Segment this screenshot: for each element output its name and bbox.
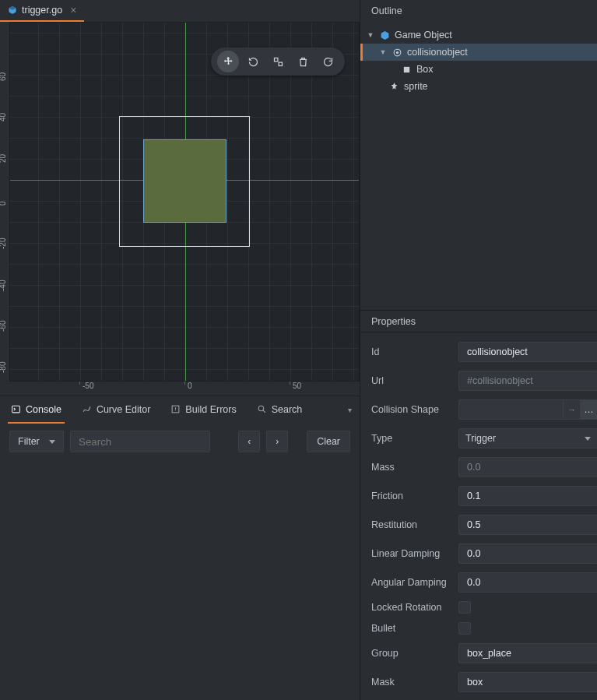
tree-row-root[interactable]: ▼ Game Object [360,26,597,44]
console-body [0,459,360,700]
curve-icon [82,404,92,414]
outline-tree: ▼ Game Object ▼ collisionobject Box spri… [360,22,597,310]
x-tick: -50 [83,382,93,390]
tree-label: collisionobject [407,47,468,58]
bottom-tab-bar: Console Curve Editor Build Errors Search… [0,396,360,424]
chevron-left-icon: ‹ [248,436,251,447]
prop-label-mass: Mass [371,462,458,473]
clear-button[interactable]: Clear [307,431,350,452]
outline-panel-header: Outline [360,0,597,22]
y-tick: 60 [0,72,7,81]
cube-icon [379,30,390,40]
chevron-down-icon[interactable]: ▼ [379,48,387,56]
prop-input-shape[interactable] [458,399,564,420]
y-tick: -20 [0,238,7,249]
prop-label-id: Id [371,346,458,357]
prop-input-id[interactable] [458,342,597,362]
trash-icon[interactable] [292,51,314,72]
tree-row-sprite[interactable]: sprite [360,78,597,95]
svg-rect-1 [279,62,282,65]
prop-input-mass [458,457,597,477]
x-ruler: -50 0 50 [9,382,360,394]
properties-panel: Id Url Collision Shape → … Type Trigger [360,332,597,700]
svg-rect-7 [403,66,409,72]
prop-label-friction: Friction [371,491,458,501]
prop-input-group[interactable] [458,643,597,663]
filter-dropdown[interactable]: Filter [9,431,64,452]
file-tab-bar: trigger.go × [0,0,360,22]
tree-label: Box [416,64,434,75]
tree-label: sprite [404,81,428,92]
browse-icon[interactable]: … [581,399,597,420]
tab-console-label: Console [26,404,61,415]
y-tick: 40 [0,113,7,121]
prop-select-type-value: Trigger [465,433,496,444]
tab-curve-editor[interactable]: Curve Editor [79,396,153,424]
chevron-right-icon: › [276,436,279,447]
chevron-down-icon[interactable]: ▼ [367,31,374,39]
chevron-down-icon [585,437,591,441]
prop-select-type[interactable]: Trigger [458,428,597,448]
svg-point-4 [258,406,264,411]
tab-search-label: Search [272,404,303,415]
prop-label-linear-damping: Linear Damping [371,548,458,559]
tree-row-box[interactable]: Box [360,61,597,78]
y-tick: -60 [0,321,7,332]
file-tab[interactable]: trigger.go × [0,0,84,22]
prop-input-url [458,371,597,391]
prop-input-mask[interactable] [458,672,597,692]
tab-overflow-icon[interactable]: ▾ [348,406,352,414]
outline-title: Outline [371,5,402,16]
tab-search[interactable]: Search [254,396,306,424]
y-ruler: 60 40 20 0 -20 -40 -60 -80 [0,44,9,403]
cube-icon [8,5,17,15]
collision-shape-box[interactable] [143,139,227,223]
console-prev-button[interactable]: ‹ [238,431,260,452]
console-search-input[interactable] [70,431,210,452]
goto-icon[interactable]: → [564,399,581,420]
prop-checkbox-locked-rotation[interactable] [458,601,471,614]
prop-label-mask: Mask [371,677,458,688]
warning-icon [170,404,181,414]
prop-input-friction[interactable] [458,486,597,506]
console-toolbar: Filter ‹ › Clear [0,424,360,459]
scale-tool-icon[interactable] [267,51,289,72]
prop-label-bullet: Bullet [371,623,458,634]
close-icon[interactable]: × [70,5,76,16]
refresh-icon[interactable] [317,51,339,72]
y-tick: -40 [0,280,7,291]
svg-rect-2 [12,406,20,413]
y-tick: -80 [0,362,7,373]
terminal-icon [11,404,21,414]
prop-input-angular-damping[interactable] [458,572,597,593]
scene-viewport[interactable] [9,22,360,382]
tab-build-label: Build Errors [185,404,236,415]
collision-icon [392,47,402,58]
prop-label-restitution: Restitution [371,519,458,530]
prop-label-type: Type [371,433,458,444]
prop-input-restitution[interactable] [458,515,597,535]
console-next-button[interactable]: › [266,431,288,452]
search-icon [257,404,267,414]
file-tab-title: trigger.go [22,5,62,16]
x-tick: 50 [293,382,301,390]
filter-label: Filter [18,436,40,447]
svg-rect-0 [274,58,277,61]
y-tick: 0 [0,201,7,206]
prop-label-url: Url [371,375,458,386]
prop-label-locked-rotation: Locked Rotation [371,602,458,613]
properties-panel-header: Properties [360,310,597,332]
y-tick: 20 [0,154,7,163]
prop-label-angular-damping: Angular Damping [371,577,458,588]
rotate-tool-icon[interactable] [242,51,264,72]
tree-row-collision[interactable]: ▼ collisionobject [360,44,597,61]
tab-build-errors[interactable]: Build Errors [167,396,239,424]
x-tick: 0 [188,382,192,390]
prop-checkbox-bullet[interactable] [458,622,471,635]
box-shape-icon [401,64,412,75]
svg-point-6 [395,51,398,53]
move-tool-icon[interactable] [217,51,239,72]
tab-console[interactable]: Console [8,396,65,424]
prop-input-linear-damping[interactable] [458,543,597,564]
clear-label: Clear [317,436,340,447]
